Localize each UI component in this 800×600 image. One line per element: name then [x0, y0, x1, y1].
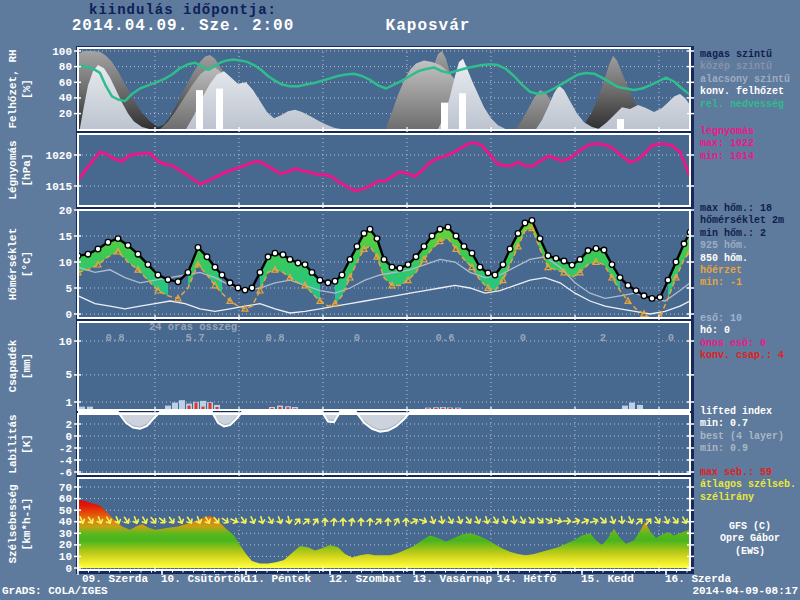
axis-label-text: Csapadék: [6, 322, 20, 410]
ytick-label: 15: [59, 231, 73, 243]
legend-group-2: max hőm.: 18hőmérséklet 2mmin hőm.: 2925…: [700, 203, 800, 290]
ytick-label: 70: [59, 482, 72, 494]
svg-text:0: 0: [354, 332, 360, 344]
legend-item: max: 1022: [700, 138, 800, 150]
legend-item: közép szintű: [700, 61, 800, 73]
axis-label-precip: Csapadék[mm]: [6, 322, 34, 410]
legend-item: min: 0.7: [700, 418, 800, 430]
svg-text:2: 2: [600, 332, 606, 344]
grads-credit: GrADS: COLA/IGES: [2, 585, 108, 597]
legend-panel: magas szintűközép szintűalacsony szintűk…: [698, 0, 800, 600]
axis-label-lability: Labilitás[K]: [6, 414, 34, 474]
legend-item: hőérzet: [700, 265, 800, 277]
legend-item: min: 0.9: [700, 443, 800, 455]
svg-text:0: 0: [668, 332, 674, 344]
ytick-label: 0: [65, 309, 72, 321]
axis-label-text: [hPa]: [20, 134, 34, 206]
svg-text:0: 0: [520, 332, 526, 344]
legend-item: 925 hőm.: [700, 240, 800, 252]
day-label: 09. Szerda: [82, 573, 148, 585]
ytick-label: 100: [52, 46, 72, 58]
legend-item: konv. csap.: 4: [700, 350, 800, 362]
legend-item: átlagos szélseb.: [700, 479, 800, 491]
legend-item: konv. felhőzet: [700, 86, 800, 98]
axis-label-text: Labilitás: [6, 414, 20, 474]
ytick-label: 10: [59, 336, 72, 348]
ytick-label: 1020: [46, 150, 72, 162]
legend-item: max seb.: 59: [700, 467, 800, 479]
ytick-label: 30: [59, 528, 72, 540]
ytick-label: -6: [59, 467, 72, 479]
ytick-label: 60: [59, 77, 72, 89]
legend-item: hőmérséklet 2m: [700, 215, 800, 227]
axis-label-text: Szélsebesség: [6, 478, 20, 570]
ytick-label: 1: [65, 397, 72, 409]
day-label: 14. Hétfő: [497, 573, 557, 585]
legend-item: szélirány: [700, 492, 800, 504]
legend-item: magas szintű: [700, 49, 800, 61]
legend-item: alacsony szintű: [700, 74, 800, 86]
legend-group-5: max seb.: 59átlagos szélseb.szélirány: [700, 467, 800, 504]
legend-item: best (4 layer): [700, 431, 800, 443]
panel-precip: [78, 322, 690, 410]
ytick-label: 10: [59, 257, 72, 269]
axis-label-text: [%]: [20, 48, 34, 130]
legend-item: rel. nedvesség: [700, 99, 800, 111]
axis-label-wind: Szélsebesség[km*h-1]: [6, 478, 34, 570]
axis-label-text: [km*h-1]: [20, 478, 34, 570]
ytick-label: 5: [65, 369, 72, 381]
meteogram-canvas: 24 órás összeg0.85.70.800.60201008060402…: [0, 0, 800, 600]
ytick-label: -4: [59, 455, 73, 467]
day-label: 11. Péntek: [245, 573, 311, 585]
legend-item: (EWS): [700, 546, 800, 558]
axis-label-cloud: Felhőzet, RH[%]: [6, 48, 34, 130]
legend-item: max hőm.: 18: [700, 203, 800, 215]
ytick-label: 80: [59, 61, 72, 73]
legend-item: ónos eső: 0: [700, 338, 800, 350]
legend-group-1: légnyomásmax: 1022min: 1014: [700, 126, 800, 163]
day-label: 13. Vasárnap: [413, 573, 493, 585]
legend-item: hó: 0: [700, 325, 800, 337]
ytick-label: 20: [59, 539, 72, 551]
ytick-label: 10: [59, 551, 72, 563]
ytick-label: 0: [65, 563, 72, 575]
day-label: 15. Kedd: [581, 573, 634, 585]
location-name: Kaposvár: [358, 17, 498, 35]
svg-text:0.6: 0.6: [436, 332, 455, 344]
axis-label-text: [K]: [20, 414, 34, 474]
run-datetime: 2014.04.09. Sze. 2:00: [28, 17, 338, 35]
ytick-label: 40: [59, 92, 72, 104]
ytick-label: 0: [65, 431, 72, 443]
legend-item: min: -1: [700, 277, 800, 289]
axis-label-pressure: Légnyomás[hPa]: [6, 134, 34, 206]
day-label: 10. Csütörtök: [161, 573, 247, 585]
axis-label-text: [°C]: [20, 210, 34, 318]
legend-item: lifted index: [700, 406, 800, 418]
svg-text:0.8: 0.8: [266, 332, 285, 344]
legend-item: 850 hőm.: [700, 253, 800, 265]
svg-text:5.7: 5.7: [186, 332, 205, 344]
ytick-label: 5: [65, 283, 72, 295]
ytick-label: 40: [59, 516, 72, 528]
ytick-label: 50: [59, 505, 72, 517]
axis-label-text: Hőmérséklet: [6, 210, 20, 318]
meteogram-screen: 24 órás összeg0.85.70.800.60201008060402…: [0, 0, 800, 600]
creation-timestamp: 2014-04-09-08:17: [692, 585, 798, 597]
legend-group-6: GFS (C)Opre Gábor(EWS): [700, 521, 800, 558]
ytick-label: 60: [59, 493, 72, 505]
axis-label-text: Felhőzet, RH: [6, 48, 20, 130]
ytick-label: -2: [59, 443, 72, 455]
ytick-label: 1015: [46, 181, 73, 193]
day-label: 12. Szombat: [329, 573, 402, 585]
ytick-label: 20: [59, 108, 72, 120]
legend-item: Opre Gábor: [700, 533, 800, 545]
page-title: kiindulás időpontja:: [58, 2, 308, 18]
legend-group-3: eső: 10hó: 0ónos eső: 0konv. csap.: 4: [700, 313, 800, 363]
ytick-label: 2: [65, 419, 72, 431]
legend-group-0: magas szintűközép szintűalacsony szintűk…: [700, 49, 800, 111]
axis-label-temp: Hőmérséklet[°C]: [6, 210, 34, 318]
legend-group-4: lifted indexmin: 0.7best (4 layer)min: 0…: [700, 406, 800, 456]
legend-item: min: 1014: [700, 151, 800, 163]
legend-item: min hőm.: 2: [700, 228, 800, 240]
axis-label-text: Légnyomás: [6, 134, 20, 206]
